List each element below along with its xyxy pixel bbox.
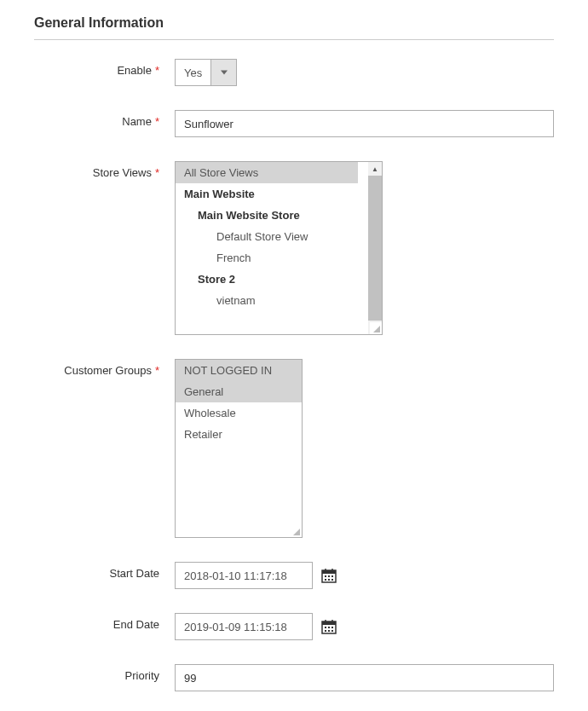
- required-marker: *: [155, 364, 159, 377]
- resize-handle[interactable]: [370, 322, 382, 334]
- scrollbar-track[interactable]: ▲ ▼: [368, 162, 382, 334]
- svg-rect-11: [322, 621, 336, 625]
- field-enable: Enable* Yes: [34, 59, 554, 86]
- field-name: Name*: [34, 110, 554, 137]
- store-view-option: Main Website: [176, 183, 358, 205]
- svg-rect-5: [328, 575, 330, 577]
- required-marker: *: [155, 115, 159, 128]
- field-start-date: Start Date: [34, 562, 554, 589]
- end-date-label: End Date: [34, 613, 175, 631]
- field-store-views: Store Views* All Store ViewsMain Website…: [34, 161, 554, 335]
- scroll-up-icon[interactable]: ▲: [368, 162, 382, 176]
- svg-rect-9: [331, 579, 333, 581]
- field-priority: Priority: [34, 664, 554, 691]
- enable-label: Enable*: [34, 59, 175, 77]
- name-label: Name*: [34, 110, 175, 128]
- section-title: General Information: [34, 9, 554, 40]
- store-view-option: Store 2: [176, 269, 358, 290]
- customer-group-option[interactable]: Wholesale: [176, 402, 302, 424]
- start-date-input[interactable]: [175, 562, 313, 589]
- customer-group-option[interactable]: General: [176, 381, 302, 402]
- chevron-down-icon[interactable]: [210, 60, 236, 85]
- calendar-icon[interactable]: [321, 568, 337, 583]
- calendar-icon[interactable]: [321, 619, 337, 634]
- required-marker: *: [155, 166, 159, 179]
- store-views-label: Store Views*: [34, 161, 175, 179]
- customer-groups-label: Customer Groups*: [34, 359, 175, 377]
- svg-rect-16: [331, 627, 333, 628]
- svg-rect-7: [325, 579, 326, 581]
- enable-select[interactable]: Yes: [175, 59, 237, 86]
- scrollbar-thumb[interactable]: [368, 176, 382, 321]
- end-date-input[interactable]: [175, 613, 313, 640]
- svg-rect-6: [331, 575, 333, 577]
- store-view-option[interactable]: French: [176, 247, 358, 269]
- svg-rect-17: [325, 630, 326, 632]
- store-view-option[interactable]: Default Store View: [176, 226, 358, 247]
- svg-rect-19: [331, 630, 333, 632]
- store-views-multiselect[interactable]: All Store ViewsMain WebsiteMain Website …: [175, 161, 383, 335]
- field-customer-groups: Customer Groups* NOT LOGGED INGeneralWho…: [34, 359, 554, 538]
- svg-rect-1: [322, 570, 336, 574]
- resize-handle[interactable]: [290, 525, 302, 537]
- svg-rect-14: [325, 627, 326, 628]
- required-marker: *: [155, 64, 159, 77]
- svg-rect-18: [328, 630, 330, 632]
- priority-label: Priority: [34, 664, 175, 682]
- customer-group-option[interactable]: NOT LOGGED IN: [176, 360, 302, 381]
- enable-value: Yes: [176, 60, 210, 85]
- name-input[interactable]: [175, 110, 554, 137]
- priority-input[interactable]: [175, 664, 554, 691]
- svg-rect-15: [328, 627, 330, 628]
- start-date-label: Start Date: [34, 562, 175, 580]
- svg-rect-8: [328, 579, 330, 581]
- customer-groups-multiselect[interactable]: NOT LOGGED INGeneralWholesaleRetailer: [175, 359, 303, 538]
- store-view-option: Main Website Store: [176, 205, 358, 226]
- store-view-option[interactable]: vietnam: [176, 290, 358, 311]
- customer-group-option[interactable]: Retailer: [176, 424, 302, 445]
- field-end-date: End Date: [34, 613, 554, 640]
- svg-rect-4: [325, 575, 326, 577]
- store-view-option[interactable]: All Store Views: [176, 162, 358, 183]
